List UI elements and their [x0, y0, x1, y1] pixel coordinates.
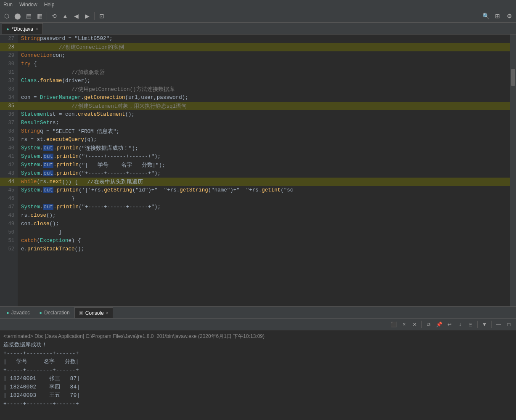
code-line-46[interactable]: }	[18, 194, 510, 203]
code-line-33[interactable]: //使用getConnection()方法连接数据库	[18, 85, 510, 93]
code-line-29[interactable]: Connection con;	[18, 51, 510, 60]
code-line-43[interactable]: System.out.println("+-----+------+------…	[18, 169, 510, 178]
line-num-47: 47	[0, 203, 18, 211]
toolbar-maximize[interactable]: ⊞	[492, 11, 503, 21]
code-line-49[interactable]: con.close();	[18, 220, 510, 228]
console-line: 连接数据库成功！	[3, 341, 513, 349]
bt-pin[interactable]: 📌	[434, 320, 444, 329]
bottom-tab-console[interactable]: ▣ Console ×	[74, 307, 113, 318]
console-close-btn[interactable]: ×	[106, 311, 108, 315]
console-icon: ▣	[79, 310, 83, 316]
code-line-48[interactable]: rs.close();	[18, 211, 510, 220]
toolbar-right: 🔍 ⊞ ⚙	[481, 11, 514, 21]
toolbar-btn-7[interactable]: ◀	[71, 11, 81, 21]
toolbar-btn-6[interactable]: ▲	[60, 11, 70, 21]
bt-scroll[interactable]: ↓	[455, 320, 465, 329]
bt-sep	[421, 321, 422, 328]
line-num-46: 46	[0, 194, 18, 203]
code-line-28[interactable]: //创建Connection的实例	[18, 43, 510, 51]
code-line-52[interactable]: e.printStackTrace();	[18, 245, 510, 253]
line-num-30: 30	[0, 60, 18, 68]
bt-close[interactable]: ×	[400, 320, 409, 329]
console-line: +-----+--------+------+	[3, 366, 513, 375]
line-num-27: 27	[0, 35, 18, 43]
code-line-35[interactable]: //创建Statement对象，用来执行静态sql语句	[18, 102, 510, 110]
line-num-42: 42	[0, 161, 18, 169]
code-line-30[interactable]: try {	[18, 60, 510, 68]
line-numbers: 2728293031323334353637383940414243444546…	[0, 35, 18, 306]
bt-stop[interactable]: ⬛	[389, 320, 398, 329]
line-num-40: 40	[0, 144, 18, 152]
bt-sep2	[477, 321, 478, 328]
code-line-39[interactable]: rs = st.executeQuery(q);	[18, 136, 510, 144]
code-line-50[interactable]: }	[18, 228, 510, 237]
bt-minimize[interactable]: —	[494, 320, 503, 329]
bt-close2[interactable]: ✕	[410, 320, 419, 329]
toolbar-btn-8[interactable]: ▶	[82, 11, 92, 21]
javadoc-icon: ●	[6, 310, 9, 315]
menu-window[interactable]: Window	[19, 2, 37, 8]
code-area[interactable]: String password = "Limit0502"; //创建Conne…	[18, 35, 510, 306]
toolbar-sep-2	[94, 12, 95, 20]
line-num-32: 32	[0, 77, 18, 85]
code-line-37[interactable]: ResultSet rs;	[18, 119, 510, 127]
line-num-29: 29	[0, 51, 18, 60]
console-line: | 学号 名字 分数|	[3, 358, 513, 366]
console-label: Console	[85, 310, 104, 316]
code-line-34[interactable]: con = DriverManager.getConnection(url,us…	[18, 93, 510, 102]
bottom-tab-declaration[interactable]: ● Declaration	[34, 307, 74, 318]
bt-filter[interactable]: ⊟	[466, 320, 475, 329]
toolbar-btn-3[interactable]: ▤	[24, 11, 34, 21]
editor-tab-dbc[interactable]: ● *Dbc.java ×	[2, 23, 43, 34]
scrollbar-thumb[interactable]	[511, 69, 515, 86]
code-line-40[interactable]: System.out.println("连接数据库成功！");	[18, 144, 510, 152]
bottom-tab-bar: ● Javadoc ● Declaration ▣ Console ×	[0, 307, 516, 319]
console-line: | 18240001 张三 87|	[3, 375, 513, 383]
code-line-42[interactable]: System.out.println("| 学号 名字 分数|");	[18, 161, 510, 169]
code-line-45[interactable]: System.out.println('|'+rs.getString("id"…	[18, 186, 510, 194]
menu-help[interactable]: Help	[44, 2, 55, 8]
code-line-47[interactable]: System.out.println("+-----+------+------…	[18, 203, 510, 211]
bottom-panel: ● Javadoc ● Declaration ▣ Console × ⬛ × …	[0, 306, 516, 420]
bottom-tab-javadoc[interactable]: ● Javadoc	[2, 307, 34, 318]
line-num-36: 36	[0, 110, 18, 119]
line-num-50: 50	[0, 228, 18, 237]
toolbar-btn-1[interactable]: ⬡	[2, 11, 12, 21]
javadoc-label: Javadoc	[11, 310, 30, 316]
code-line-38[interactable]: String q = "SELECT *FROM 信息表";	[18, 127, 510, 136]
toolbar-btn-2[interactable]: ⬤	[13, 11, 23, 21]
toolbar-settings[interactable]: ⚙	[504, 11, 514, 21]
toolbar-btn-4[interactable]: ▦	[34, 11, 45, 21]
console-line: | 18240003 王五 79|	[3, 391, 513, 400]
editor-container: 2728293031323334353637383940414243444546…	[0, 35, 516, 306]
line-num-43: 43	[0, 169, 18, 178]
console-line: +-----+--------+------+	[3, 400, 513, 408]
code-line-44[interactable]: while(rs.next()) { //在表中从头到尾遍历	[18, 178, 510, 186]
declaration-label: Declaration	[44, 310, 70, 316]
console-line: +-----+--------+------+	[3, 349, 513, 358]
editor-scrollbar[interactable]	[510, 35, 516, 306]
toolbar-btn-5[interactable]: ⟲	[49, 11, 59, 21]
bottom-toolbar: ⬛ × ✕ ⧉ 📌 ↩ ↓ ⊟ ▼ — □	[0, 319, 516, 330]
bt-wrap[interactable]: ↩	[445, 320, 454, 329]
console-line: | 18240002 李四 84|	[3, 383, 513, 391]
code-line-31[interactable]: //加载驱动器	[18, 68, 510, 77]
bt-menu[interactable]: ▼	[480, 320, 489, 329]
toolbar-search[interactable]: 🔍	[481, 11, 491, 21]
code-line-27[interactable]: String password = "Limit0502";	[18, 35, 510, 43]
line-num-38: 38	[0, 127, 18, 136]
tab-icon: ●	[6, 27, 9, 32]
line-num-51: 51	[0, 237, 18, 245]
toolbar-btn-9[interactable]: ⊡	[97, 11, 107, 21]
bt-maximize[interactable]: □	[504, 320, 513, 329]
code-line-32[interactable]: Class.forName(driver);	[18, 77, 510, 85]
line-num-28: 28	[0, 43, 18, 51]
bt-copy[interactable]: ⧉	[424, 320, 433, 329]
tab-close-btn[interactable]: ×	[36, 27, 38, 31]
menu-run[interactable]: Run	[3, 2, 13, 8]
code-line-36[interactable]: Statement st = con.createStatement();	[18, 110, 510, 119]
toolbar-sep-1	[47, 12, 47, 20]
code-line-51[interactable]: catch(Exception e) {	[18, 237, 510, 245]
line-num-52: 52	[0, 245, 18, 253]
code-line-41[interactable]: System.out.println("+-----+------+------…	[18, 152, 510, 161]
